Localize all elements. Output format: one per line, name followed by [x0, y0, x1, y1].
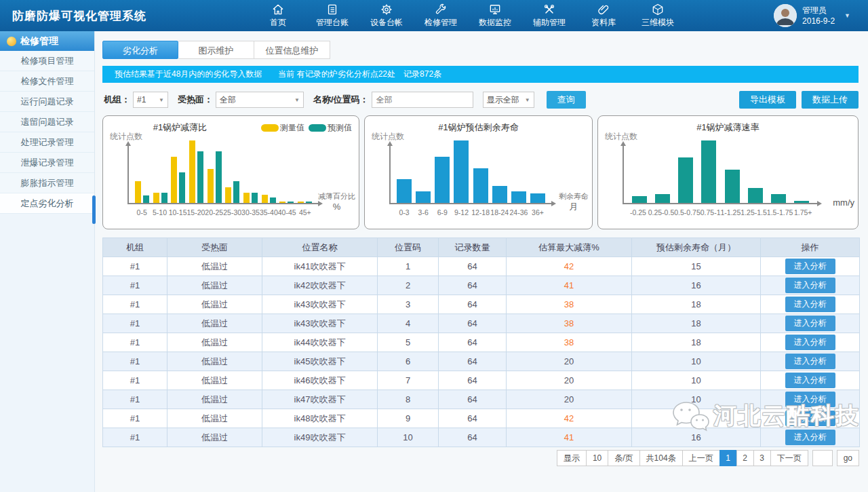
table-cell: #1: [103, 257, 167, 276]
nav-item-资料库[interactable]: 资料库: [576, 0, 631, 31]
sidebar-item-膨胀指示管理[interactable]: 膨胀指示管理: [0, 173, 94, 193]
nav-item-辅助管理[interactable]: 辅助管理: [522, 0, 576, 31]
enter-analysis-button[interactable]: 进入分析: [785, 278, 835, 293]
sidebar-header[interactable]: 检修管理: [0, 31, 94, 51]
next-page-button[interactable]: 下一页: [770, 450, 808, 466]
x-tick: 24-36: [509, 208, 528, 216]
upload-data-button[interactable]: 数据上传: [802, 91, 859, 109]
chevron-down-icon[interactable]: ▼: [844, 12, 850, 19]
table-cell: 8: [378, 390, 439, 409]
cube-icon: [651, 3, 665, 16]
table-cell: 64: [439, 428, 507, 447]
table-row: #1低温过ik43吹吹器下3643818进入分析: [103, 295, 860, 314]
sidebar-item-运行问题记录[interactable]: 运行问题记录: [0, 92, 94, 112]
nav-item-设备台帐[interactable]: 设备台帐: [359, 0, 414, 31]
goto-page-input[interactable]: [812, 450, 833, 466]
bar: [473, 168, 488, 203]
sidebar-item-遗留问题记录[interactable]: 遗留问题记录: [0, 112, 94, 132]
sidebar-item-检修文件管理[interactable]: 检修文件管理: [0, 71, 94, 92]
table-cell-action: 进入分析: [761, 428, 860, 447]
table-cell: 5: [378, 333, 439, 352]
bar-group: [701, 140, 716, 203]
enter-analysis-button[interactable]: 进入分析: [785, 335, 835, 350]
sidebar-item-处理记录管理[interactable]: 处理记录管理: [0, 132, 94, 153]
y-axis: [127, 143, 129, 204]
surface-filter-label: 受热面：: [178, 94, 213, 106]
chevron-down-icon: ▼: [159, 97, 164, 103]
table-row: #1低温过ik45吹吹器下6642010进入分析: [103, 352, 860, 371]
surface-select[interactable]: 全部▼: [216, 92, 304, 108]
page-button-3[interactable]: 3: [753, 450, 771, 466]
table-cell: ik44吹吹器下: [262, 333, 378, 352]
table-cell: ik41吹吹器下: [262, 257, 378, 276]
display-select[interactable]: 显示全部▼: [483, 92, 534, 108]
bar-group: [397, 179, 412, 203]
table-cell: 6: [378, 352, 439, 371]
table-cell: #1: [103, 314, 167, 333]
nav-item-管理台账[interactable]: 管理台账: [305, 0, 359, 31]
tab-图示维护[interactable]: 图示维护: [178, 41, 254, 59]
x-tick: 1.25-1.5: [741, 208, 767, 216]
table-cell-action: 进入分析: [761, 371, 860, 390]
tab-劣化分析[interactable]: 劣化分析: [102, 41, 178, 59]
name-code-input[interactable]: [372, 92, 473, 108]
table-cell: 20: [507, 352, 632, 371]
page-button-2[interactable]: 2: [736, 450, 754, 466]
chart-plot: [133, 140, 314, 203]
query-button[interactable]: 查询: [547, 91, 586, 109]
table-cell: 64: [439, 314, 507, 333]
enter-analysis-button[interactable]: 进入分析: [785, 430, 835, 445]
page-button-1[interactable]: 1: [719, 450, 737, 466]
sidebar-item-检修项目管理[interactable]: 检修项目管理: [0, 51, 94, 71]
prev-page-button[interactable]: 上一页: [682, 450, 720, 466]
tab-bar: 劣化分析图示维护位置信息维护: [102, 41, 859, 59]
page-size-unit: 条/页: [608, 450, 639, 466]
export-template-button[interactable]: 导出模板: [739, 91, 796, 109]
x-tick: 15-20: [186, 208, 205, 216]
x-tick: 6-9: [433, 208, 452, 216]
enter-analysis-button[interactable]: 进入分析: [785, 316, 835, 331]
enter-analysis-button[interactable]: 进入分析: [785, 411, 835, 426]
page-size-value[interactable]: 10: [586, 450, 608, 466]
table-cell-action: 进入分析: [761, 276, 860, 295]
enter-analysis-button[interactable]: 进入分析: [785, 392, 835, 407]
nav-item-检修管理[interactable]: 检修管理: [414, 0, 468, 31]
table-cell: 18: [632, 333, 761, 352]
name-filter-label: 名称/位置码：: [313, 94, 369, 106]
table-cell: 18: [632, 314, 761, 333]
bar-group: [262, 195, 276, 203]
x-axis: [127, 203, 321, 204]
bar: [262, 195, 268, 203]
bar-group: [492, 186, 507, 203]
monitor-icon: [488, 3, 502, 16]
enter-analysis-button[interactable]: 进入分析: [785, 354, 835, 369]
nav-item-label: 设备台帐: [370, 17, 403, 29]
nav-item-label: 数据监控: [479, 17, 511, 29]
sidebar-item-泄爆记录管理[interactable]: 泄爆记录管理: [0, 153, 94, 173]
sidebar-item-定点劣化分析[interactable]: 定点劣化分析: [0, 193, 94, 214]
enter-analysis-button[interactable]: 进入分析: [785, 373, 835, 388]
bar: [492, 186, 507, 203]
nav-item-三维模块[interactable]: 三维模块: [631, 0, 685, 31]
bar: [288, 202, 294, 203]
goto-page-button[interactable]: go: [837, 450, 859, 466]
table-cell: 3: [378, 295, 439, 314]
user-menu[interactable]: 管理员 2016-9-2 ▼: [774, 4, 868, 27]
x-axis: [389, 203, 554, 204]
nav-item-数据监控[interactable]: 数据监控: [468, 0, 522, 31]
unit-select[interactable]: #1▼: [133, 92, 168, 108]
enter-analysis-button[interactable]: 进入分析: [785, 259, 835, 274]
bar: [298, 202, 304, 203]
user-name: 管理员: [802, 5, 835, 16]
tab-位置信息维护[interactable]: 位置信息维护: [254, 41, 330, 59]
table-cell: 10: [632, 390, 761, 409]
table-cell: ik46吹吹器下: [262, 371, 378, 390]
enter-analysis-button[interactable]: 进入分析: [785, 297, 835, 312]
nav-item-首页[interactable]: 首页: [251, 0, 305, 31]
bar-group: [632, 196, 647, 203]
bar: [397, 179, 412, 203]
x-tick-labels: 0-33-66-99-1212-1818-2424-3636+: [395, 208, 547, 216]
x-tick: 12-18: [471, 208, 490, 216]
bar-group: [189, 140, 203, 203]
bar: [189, 140, 195, 203]
